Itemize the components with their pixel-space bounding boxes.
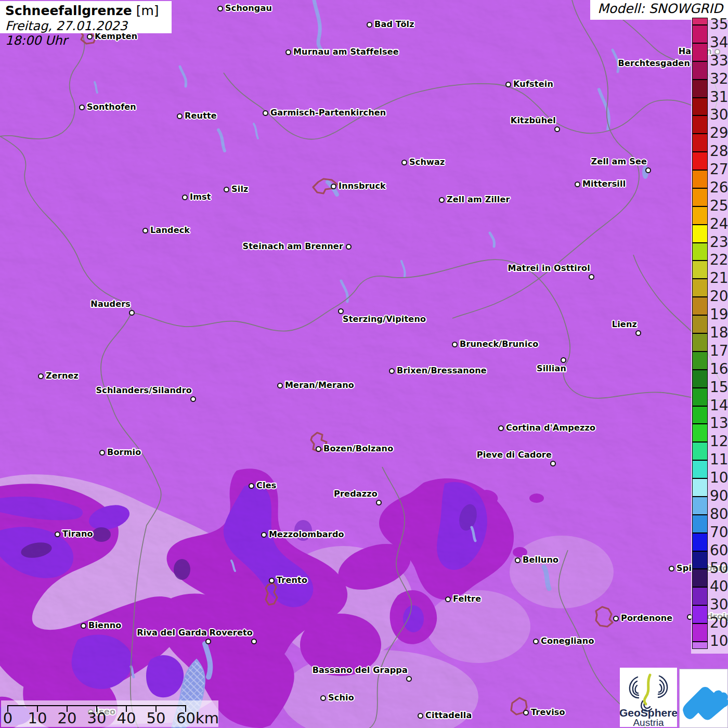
city-marker	[613, 616, 619, 621]
city-marker	[505, 82, 511, 87]
city-marker	[99, 450, 105, 456]
city-label: Bienno	[88, 620, 122, 630]
scalebar-tick-label: 40	[117, 709, 136, 727]
colorbar-tick-label: 1900	[710, 306, 728, 323]
colorbar-tick-label: 2900	[710, 124, 728, 141]
city-marker	[320, 695, 326, 701]
city-label: Bruneck/Brunico	[460, 339, 539, 349]
geosphere-country: Austria	[633, 717, 664, 727]
colorbar-tick-label: 1200	[710, 433, 728, 450]
scalebar-tick-label: 10	[28, 709, 47, 727]
city-marker	[190, 396, 196, 402]
city-label: Bad Tölz	[374, 19, 414, 29]
city-label: Sonthofen	[87, 102, 136, 112]
city-label: Cortina d'Ampezzo	[506, 423, 595, 433]
city-marker	[249, 483, 254, 489]
city-marker	[205, 639, 211, 644]
city-marker	[389, 368, 395, 374]
colorbar-tick-label: 500	[710, 560, 728, 577]
colorbar-tick-label: 1100	[710, 451, 728, 468]
city-label: Kufstein	[513, 79, 553, 89]
city-marker	[285, 49, 291, 55]
city-label: Pieve di Cadore	[477, 450, 552, 460]
city-marker	[142, 228, 148, 233]
city-marker	[367, 22, 372, 28]
city-layer: SchongauBad TölzKemptenMurnau am Staffel…	[0, 0, 728, 728]
city-label: Sillian	[537, 363, 566, 373]
city-label: Schongau	[225, 3, 272, 13]
colorbar-tick-label: 3000	[710, 106, 728, 123]
city-label: Imst	[190, 192, 211, 202]
valid-time: Freitag, 27.01.2023 18:00 Uhr	[5, 19, 166, 48]
city-label: Zell am See	[591, 157, 647, 166]
city-label: Schwaz	[409, 157, 445, 167]
colorbar-tick-label: 1400	[710, 396, 728, 413]
city-marker	[129, 310, 135, 316]
city-marker	[406, 676, 412, 682]
city-marker	[261, 532, 267, 538]
city-label: Schlanders/Silandro	[96, 385, 192, 395]
city-marker	[498, 425, 504, 431]
title-variable: Schneefallgrenze	[5, 3, 132, 18]
city-label: Treviso	[531, 707, 565, 717]
city-marker	[669, 566, 674, 571]
colorbar-tick-label: 1700	[710, 342, 728, 359]
city-label: Conegliano	[541, 636, 594, 646]
colorbar-frame	[692, 18, 708, 649]
city-marker	[263, 110, 268, 116]
city-marker	[523, 710, 529, 716]
city-marker	[251, 639, 257, 644]
city-marker	[224, 187, 229, 192]
title-unit: [m]	[132, 3, 159, 18]
city-label: Feltre	[453, 594, 481, 604]
colorbar-tick-label: 2100	[710, 269, 728, 287]
city-label: Tirano	[62, 529, 93, 539]
city-marker	[575, 181, 580, 187]
city-marker	[79, 105, 85, 110]
city-marker	[38, 373, 44, 379]
city-label: Meran/Merano	[285, 380, 354, 390]
city-label: Mittersill	[582, 179, 626, 189]
city-marker	[515, 557, 521, 563]
colorbar-tick-label: 2300	[710, 233, 728, 250]
colorbar-tick-label: 100	[710, 632, 728, 649]
city-label: Nauders	[90, 299, 131, 309]
city-label: Bozen/Bolzano	[323, 444, 393, 453]
city-label: Brixen/Bressanone	[397, 366, 487, 375]
colorbar-tick-label: 1000	[710, 469, 728, 486]
city-marker	[635, 330, 641, 336]
city-marker	[182, 194, 188, 200]
city-label: Innsbruck	[339, 181, 386, 191]
colorbar-tick-label: 1500	[710, 378, 728, 395]
city-label: Zell am Ziller	[447, 194, 510, 204]
colorbar-tick-label: 2500	[710, 197, 728, 214]
city-marker	[338, 308, 344, 314]
city-label: Matrei in Osttirol	[508, 263, 590, 273]
colorbar-tick-label: 700	[710, 524, 728, 541]
colorbar-tick-label: 1600	[710, 360, 728, 378]
city-marker	[177, 113, 183, 119]
city-label: Steinach am Brenner	[243, 241, 343, 251]
city-label: Berchtesgaden	[618, 58, 690, 68]
colorbar-tick-label: 200	[710, 614, 728, 631]
colorbar-tick-label: 3100	[710, 88, 728, 105]
city-marker	[445, 596, 451, 602]
city-marker	[55, 531, 60, 537]
city-label: Landeck	[150, 225, 190, 235]
city-label: Zernez	[46, 371, 79, 381]
colorbar-tick-label: 1800	[710, 324, 728, 341]
colorbar-tick-label: 3200	[710, 70, 728, 87]
city-marker	[81, 623, 86, 629]
colorbar-tick-label: 1300	[710, 414, 728, 432]
colorbar-tick-label: 400	[710, 578, 728, 595]
city-label: Silz	[231, 184, 249, 194]
city-marker	[217, 6, 223, 11]
city-label: Rovereto	[209, 628, 253, 638]
city-marker	[316, 446, 321, 452]
city-label: Riva del Garda	[137, 628, 207, 638]
city-label: Predazzo	[334, 489, 378, 499]
geosphere-logo-box: GeoSphere Austria	[620, 668, 677, 727]
city-marker	[277, 383, 283, 388]
city-marker	[418, 713, 423, 719]
scalebar-tick-label: 20	[58, 709, 77, 727]
